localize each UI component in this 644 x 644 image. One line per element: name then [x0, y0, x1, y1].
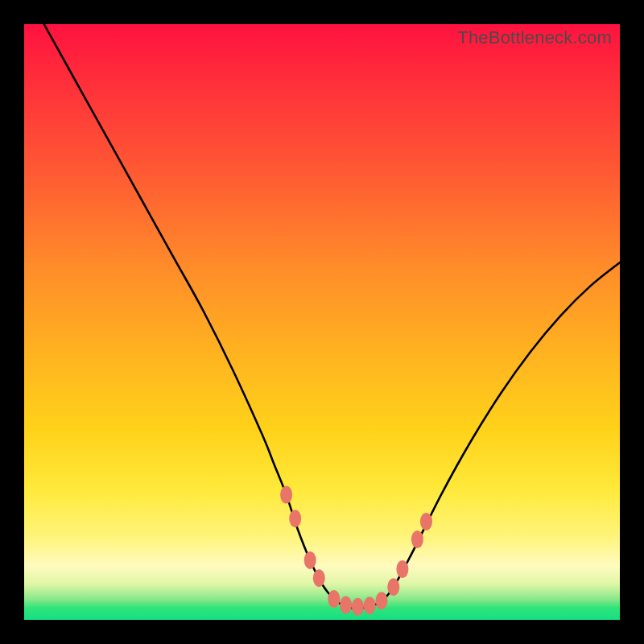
bottom-marker-3 [352, 598, 364, 616]
bottom-marker-4 [364, 597, 376, 614]
right-marker-4 [420, 513, 432, 530]
bottom-marker-1 [328, 590, 340, 608]
right-marker-1 [387, 578, 399, 596]
plot-area: TheBottleneck.com [24, 24, 620, 620]
chart-frame: TheBottleneck.com [0, 0, 644, 644]
right-marker-3 [411, 530, 423, 548]
bottom-marker-5 [376, 592, 388, 609]
bottleneck-curve [24, 0, 620, 608]
left-marker-2 [289, 510, 301, 527]
left-marker-1 [280, 486, 292, 504]
left-marker-4 [313, 569, 325, 587]
left-marker-3 [304, 551, 316, 569]
marker-group [280, 486, 432, 616]
right-marker-2 [396, 560, 408, 578]
curve-layer [24, 24, 620, 620]
bottom-marker-2 [340, 597, 352, 614]
